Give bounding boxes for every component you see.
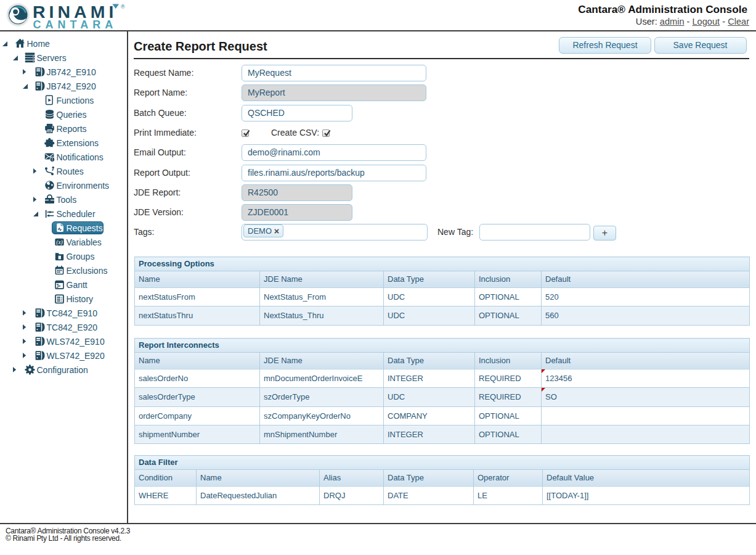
- svg-text:CANTARA: CANTARA: [33, 18, 118, 30]
- svg-text:®: ®: [121, 4, 125, 10]
